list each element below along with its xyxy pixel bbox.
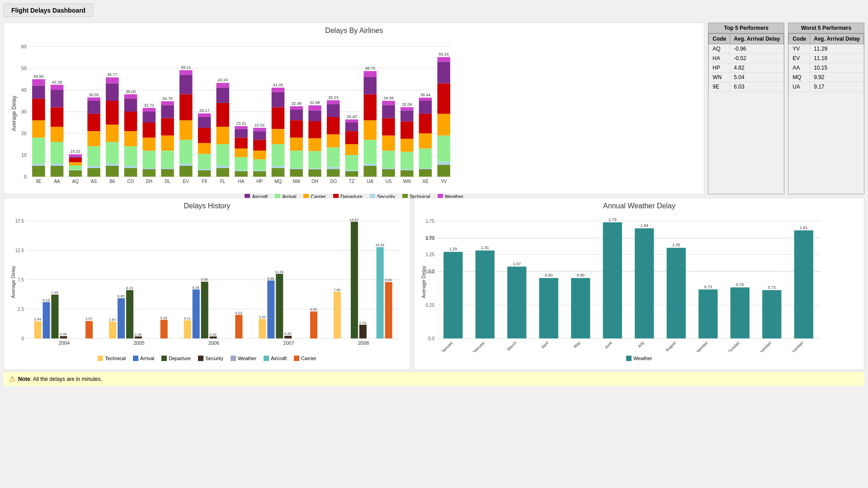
svg-text:0.72: 0.72 xyxy=(768,285,776,290)
airlines-chart-svg: Average Delay 0 10 20 30 40 50 xyxy=(8,37,455,190)
top5-table-content: Code Avg. Arrival Delay AQ-0.96HA-0.52HP… xyxy=(708,33,784,92)
top5-title: Top 5 Performers xyxy=(708,23,784,33)
bar-OH-carrier xyxy=(308,138,321,151)
svg-text:1.29: 1.29 xyxy=(449,247,457,251)
bar-UA-security xyxy=(363,164,377,166)
bar-OO-security xyxy=(327,167,340,169)
x-label-NW: NW xyxy=(292,179,300,184)
bar-OO-carrier xyxy=(327,134,340,147)
hist-legend-carrier: Carrier xyxy=(294,356,316,361)
bar-FL-weather xyxy=(217,83,230,88)
bar-FL-arrival xyxy=(217,144,230,166)
weather-xlabel-November: November xyxy=(756,340,772,352)
bar-US-departure xyxy=(382,118,395,135)
bar-US-carrier xyxy=(382,136,395,151)
bar-NW-aircraft xyxy=(290,109,303,120)
bar-YV-aircraft xyxy=(437,62,450,84)
weather-bar-August xyxy=(667,248,686,338)
hist-bar-2008-technical xyxy=(334,292,341,338)
bar-FL-security xyxy=(217,166,230,168)
bar-label-US: 34.99 xyxy=(383,96,394,100)
bar-NW-arrival xyxy=(290,150,303,168)
svg-text:0.34: 0.34 xyxy=(209,333,217,337)
bar-OO-arrival xyxy=(327,147,340,167)
bar-label-YV: 55.16 xyxy=(439,52,449,56)
x-label-AA: AA xyxy=(54,179,60,184)
table-row: HA-0.52 xyxy=(709,54,784,63)
bar-OO-aircraft xyxy=(327,104,340,117)
annual-weather-chart: Annual Weather Delay Average Delay 0.0 0… xyxy=(414,198,864,370)
bar-9E-arrival xyxy=(32,138,45,164)
hist-legend-technical: Technical xyxy=(98,356,126,361)
hist-bar-2007-departure xyxy=(276,274,283,338)
svg-text:20: 20 xyxy=(21,131,27,136)
bar-WN-weather xyxy=(401,107,414,110)
x-label-OO: OO xyxy=(330,179,337,184)
bar-label-FL: 43.24 xyxy=(217,78,228,82)
hist-bar-2006-security xyxy=(210,337,217,338)
weather-bar-March xyxy=(507,267,526,338)
title-bar: Flight Delays Dashboard xyxy=(0,0,868,21)
table-row: AA10.15 xyxy=(789,63,864,73)
bar-AQ-technical xyxy=(69,170,82,177)
bar-OH-technical xyxy=(308,169,321,177)
bar-AQ-aircraft xyxy=(69,157,82,158)
weather-bars-group: 1.01.251.501.751.291.311.070.900.901.731… xyxy=(426,217,821,338)
hist-bar-2006-departure xyxy=(201,282,208,338)
delay-cell: 4.82 xyxy=(730,63,784,73)
weather-xlabel-March: March xyxy=(506,340,518,352)
bar-NW-carrier xyxy=(290,138,303,151)
weather-bar-October xyxy=(731,287,750,338)
note-label: Note: All the delays are in minutes. xyxy=(18,376,102,382)
worst5-table-content: Code Avg. Arrival Delay YV11.29EV11.18AA… xyxy=(788,33,864,92)
bar-HP-carrier xyxy=(253,150,266,159)
history-y-label: Average Delay xyxy=(10,266,16,298)
bar-F9-security xyxy=(198,169,211,170)
bar-AQ-arrival xyxy=(69,165,82,170)
code-cell: WN xyxy=(709,73,730,82)
bar-AS-security xyxy=(87,166,100,168)
x-label-HA: HA xyxy=(238,179,245,184)
weather-legend-label: Weather xyxy=(633,356,652,361)
bar-9E-carrier xyxy=(32,120,45,137)
table-row: 9E6.03 xyxy=(709,82,784,92)
hist-legend-aircraft: Aircraft xyxy=(264,356,287,361)
weather-xlabel-May: May xyxy=(573,340,581,349)
hist-bar-2004-departure xyxy=(51,295,58,338)
bar-AA-departure xyxy=(51,107,64,127)
bar-US-weather xyxy=(382,101,395,105)
bar-WN-carrier xyxy=(401,139,414,152)
bar-F9-departure xyxy=(198,128,211,143)
code-cell: AQ xyxy=(709,44,730,54)
x-label-FL: FL xyxy=(220,179,226,184)
tables-section: Top 5 Performers Code Avg. Arrival Delay… xyxy=(708,23,864,194)
x-label-AQ: AQ xyxy=(72,179,79,184)
airlines-x-labels: 9EAAAQASB6CODHDLEVF9FLHAHPMQNWOHOOTZUAUS… xyxy=(36,179,447,184)
bar-label-AQ: 10.32 xyxy=(71,149,81,154)
bar-MQ-aircraft xyxy=(272,92,285,108)
bar-UA-carrier xyxy=(363,120,377,140)
bar-EV-departure xyxy=(179,94,193,121)
svg-text:3.18: 3.18 xyxy=(160,316,167,320)
svg-text:7.46: 7.46 xyxy=(51,291,58,295)
bar-DL-arrival xyxy=(161,150,174,168)
svg-text:0: 0 xyxy=(24,174,27,179)
bar-AS-technical xyxy=(87,168,100,177)
svg-text:1.07: 1.07 xyxy=(513,262,521,266)
bar-MQ-security xyxy=(272,166,285,168)
table-row: UA9.17 xyxy=(789,82,864,92)
x-label-DH: DH xyxy=(146,179,152,184)
bar-AA-carrier xyxy=(51,127,64,142)
svg-text:6.19: 6.19 xyxy=(42,298,50,302)
bar-DL-weather xyxy=(161,101,174,105)
svg-text:7.5: 7.5 xyxy=(18,277,24,282)
hist-legend-arrival: Arrival xyxy=(133,356,154,361)
code-cell: HA xyxy=(709,54,730,63)
hist-bar-2005-arrival xyxy=(118,298,125,338)
bar-TZ-technical xyxy=(345,171,359,177)
svg-text:9.66: 9.66 xyxy=(201,277,208,282)
delay-cell: 5.04 xyxy=(730,73,784,82)
bar-DL-security xyxy=(161,168,174,169)
bar-HA-weather xyxy=(235,126,248,129)
delay-cell: 9.92 xyxy=(810,73,864,82)
